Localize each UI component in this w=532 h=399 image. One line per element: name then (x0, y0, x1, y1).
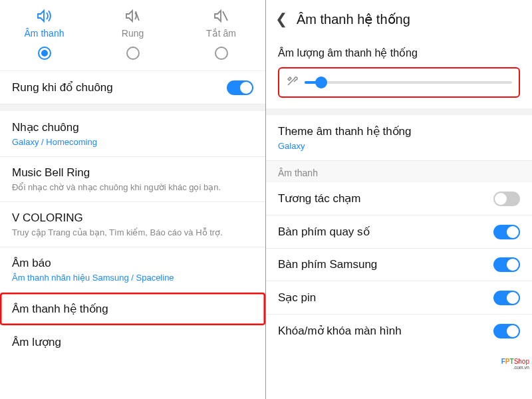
tab-sound-label: Âm thanh (0, 28, 88, 39)
radio-sound[interactable] (38, 47, 51, 60)
notification-sound-row[interactable]: Âm báo Âm thanh nhãn hiệu Samsung / Spac… (0, 247, 265, 293)
slider-thumb[interactable] (315, 76, 327, 88)
vibrate-while-ringing-toggle[interactable] (227, 80, 253, 95)
lock-unlock-label: Khóa/mở khóa màn hình (278, 324, 520, 338)
system-theme-title: Theme âm thanh hệ thống (278, 124, 520, 138)
ringtone-value: Galaxy / Homecoming (12, 137, 253, 147)
touch-interaction-label: Tương tác chạm (278, 192, 520, 205)
system-volume-slider-row (266, 62, 532, 108)
vcoloring-title: V COLORING (12, 211, 253, 225)
music-bell-title: Music Bell Ring (12, 166, 253, 180)
charging-label: Sạc pin (278, 291, 520, 305)
ringtone-row[interactable]: Nhạc chuông Galaxy / Homecoming (0, 111, 265, 157)
tab-mute-label: Tắt âm (177, 28, 265, 39)
tools-icon (286, 75, 298, 90)
section-gap (0, 104, 265, 111)
charging-row[interactable]: Sạc pin (266, 281, 532, 315)
vibrate-while-ringing-label: Rung khi đổ chuông (12, 80, 253, 94)
watermark: FPTShop .com.vn (501, 358, 529, 370)
system-volume-slider[interactable] (305, 81, 512, 84)
notification-sound-value: Âm thanh nhãn hiệu Samsung / Spaceline (12, 273, 253, 283)
page-title: Âm thanh hệ thống (297, 11, 410, 27)
mute-icon (177, 7, 265, 25)
system-theme-value: Galaxy (278, 141, 520, 151)
system-theme-row[interactable]: Theme âm thanh hệ thống Galaxy (266, 115, 532, 161)
vcoloring-row[interactable]: V COLORING Truy cập Trang của bạn, Tìm k… (0, 202, 265, 247)
system-volume-label: Âm lượng âm thanh hệ thống (278, 47, 520, 59)
samsung-keyboard-label: Bàn phím Samsung (278, 258, 520, 271)
dialpad-label: Bàn phím quay số (278, 225, 520, 239)
right-pane: ❮ Âm thanh hệ thống Âm lượng âm thanh hệ… (266, 0, 532, 399)
ringtone-title: Nhạc chuông (12, 120, 253, 134)
radio-vibrate[interactable] (126, 47, 140, 60)
vcoloring-subtitle: Truy cập Trang của bạn, Tìm kiếm, Báo cá… (12, 227, 253, 237)
sound-mode-tabs: Âm thanh Rung Tắt âm (0, 0, 265, 39)
tab-vibrate-label: Rung (88, 28, 177, 39)
radio-mute[interactable] (215, 47, 228, 60)
volume-title: Âm lượng (12, 335, 253, 349)
lock-unlock-row[interactable]: Khóa/mở khóa màn hình (266, 315, 532, 347)
system-sound-title: Âm thanh hệ thống (12, 302, 253, 316)
watermark-domain: .com.vn (501, 365, 529, 370)
samsung-keyboard-row[interactable]: Bàn phím Samsung (266, 249, 532, 281)
system-volume-label-row: Âm lượng âm thanh hệ thống (266, 37, 532, 62)
system-sound-row[interactable]: Âm thanh hệ thống (0, 293, 265, 326)
system-volume-slider-highlight (278, 67, 520, 98)
left-pane: Âm thanh Rung Tắt âm (0, 0, 266, 399)
touch-interaction-toggle[interactable] (493, 192, 520, 206)
svg-line-1 (223, 11, 227, 21)
section-label-sound: Âm thanh (266, 161, 532, 182)
music-bell-subtitle: Đổi nhạc chờ và nhạc chuông khi người kh… (12, 182, 253, 192)
tab-sound[interactable]: Âm thanh (0, 7, 88, 39)
tab-mute[interactable]: Tắt âm (177, 7, 265, 39)
sound-icon (0, 7, 88, 25)
dialpad-row[interactable]: Bàn phím quay số (266, 215, 532, 249)
back-icon[interactable]: ❮ (275, 11, 287, 28)
lock-unlock-toggle[interactable] (493, 324, 520, 338)
header: ❮ Âm thanh hệ thống (266, 0, 532, 37)
dialpad-toggle[interactable] (493, 225, 520, 239)
touch-interaction-row[interactable]: Tương tác chạm (266, 182, 532, 215)
section-gap (266, 108, 532, 115)
sound-mode-radio-row (0, 39, 265, 71)
music-bell-row[interactable]: Music Bell Ring Đổi nhạc chờ và nhạc chu… (0, 157, 265, 202)
vibrate-mute-icon (88, 7, 177, 25)
tab-vibrate[interactable]: Rung (88, 7, 177, 39)
charging-toggle[interactable] (493, 291, 520, 305)
samsung-keyboard-toggle[interactable] (493, 257, 520, 272)
notification-sound-title: Âm báo (12, 257, 253, 270)
vibrate-while-ringing-row[interactable]: Rung khi đổ chuông (0, 71, 265, 104)
volume-row[interactable]: Âm lượng (0, 326, 265, 358)
